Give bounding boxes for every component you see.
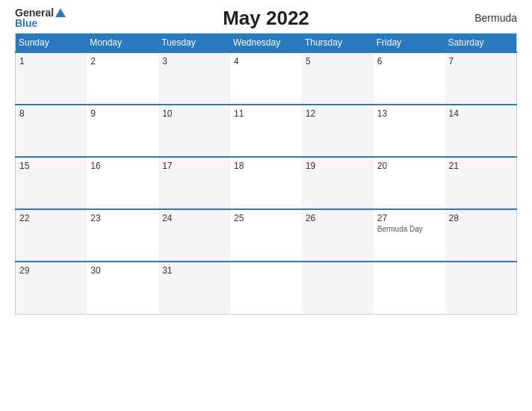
logo-triangle-icon xyxy=(55,8,66,17)
calendar-day-cell: 27Bermuda Day xyxy=(374,209,445,262)
calendar-day-cell: 2 xyxy=(87,52,158,105)
calendar-day-cell: 14 xyxy=(445,105,517,157)
calendar-week-row: 1234567 xyxy=(16,52,517,105)
day-number: 23 xyxy=(90,213,155,223)
day-number: 3 xyxy=(162,56,226,67)
logo-general-text: General xyxy=(15,7,54,18)
calendar-title: May 2022 xyxy=(223,7,309,30)
calendar-day-cell: 8 xyxy=(16,105,87,157)
calendar-day-cell: 18 xyxy=(230,157,302,209)
day-number: 16 xyxy=(90,161,155,171)
day-number: 2 xyxy=(90,56,155,67)
page-header: General Blue May 2022 Bermuda xyxy=(15,7,517,28)
day-number: 18 xyxy=(234,161,298,171)
day-number: 17 xyxy=(162,161,226,171)
calendar-day-cell: 6 xyxy=(374,52,445,105)
calendar-week-row: 15161718192021 xyxy=(16,157,517,209)
calendar-day-cell: 29 xyxy=(16,262,87,314)
calendar-day-cell: 5 xyxy=(302,52,374,105)
calendar-day-cell xyxy=(445,262,517,314)
day-number: 5 xyxy=(306,56,370,67)
day-number: 12 xyxy=(306,108,370,119)
calendar-day-cell: 22 xyxy=(16,209,87,262)
calendar-day-cell: 17 xyxy=(158,157,230,209)
calendar-day-cell: 30 xyxy=(87,262,158,314)
col-wednesday: Wednesday xyxy=(230,34,302,53)
calendar-day-cell: 4 xyxy=(230,52,302,105)
calendar-day-cell: 31 xyxy=(158,262,230,314)
calendar-day-cell: 24 xyxy=(158,209,230,262)
calendar-day-cell: 9 xyxy=(87,105,158,157)
calendar-day-cell: 26 xyxy=(302,209,374,262)
calendar-day-cell: 23 xyxy=(87,209,158,262)
calendar-day-cell: 20 xyxy=(374,157,445,209)
calendar-day-cell: 25 xyxy=(230,209,302,262)
calendar-week-row: 891011121314 xyxy=(16,105,517,157)
country-label: Bermuda xyxy=(474,12,517,24)
day-number: 9 xyxy=(90,108,155,119)
calendar-day-cell: 15 xyxy=(16,157,87,209)
day-number: 20 xyxy=(377,161,442,171)
day-number: 28 xyxy=(449,213,513,223)
calendar-table: Sunday Monday Tuesday Wednesday Thursday… xyxy=(15,33,517,315)
day-number: 10 xyxy=(162,108,226,119)
calendar-day-cell: 10 xyxy=(158,105,230,157)
day-number: 8 xyxy=(19,108,83,119)
col-tuesday: Tuesday xyxy=(158,34,230,53)
day-number: 21 xyxy=(449,161,513,171)
day-number: 6 xyxy=(377,56,442,67)
day-number: 1 xyxy=(19,56,83,67)
calendar-body: 1234567891011121314151617181920212223242… xyxy=(16,52,517,314)
calendar-week-row: 293031 xyxy=(16,262,517,314)
day-number: 26 xyxy=(306,213,370,223)
day-number: 31 xyxy=(162,265,226,276)
calendar-day-cell: 12 xyxy=(302,105,374,157)
calendar-day-cell: 1 xyxy=(16,52,87,105)
day-number: 11 xyxy=(234,108,298,119)
calendar-day-cell: 13 xyxy=(374,105,445,157)
calendar-day-cell: 7 xyxy=(445,52,517,105)
calendar-day-cell xyxy=(374,262,445,314)
col-saturday: Saturday xyxy=(445,34,517,53)
logo-blue-text: Blue xyxy=(15,18,37,28)
day-number: 13 xyxy=(377,108,442,119)
day-number: 19 xyxy=(306,161,370,171)
day-number: 22 xyxy=(19,213,83,223)
calendar-header: Sunday Monday Tuesday Wednesday Thursday… xyxy=(16,34,517,53)
day-number: 30 xyxy=(90,265,155,276)
calendar-day-cell: 21 xyxy=(445,157,517,209)
days-of-week-row: Sunday Monday Tuesday Wednesday Thursday… xyxy=(16,34,517,53)
day-number: 14 xyxy=(449,108,513,119)
col-friday: Friday xyxy=(374,34,445,53)
day-number: 27 xyxy=(377,213,442,223)
day-number: 4 xyxy=(234,56,298,67)
logo: General Blue xyxy=(15,7,66,28)
calendar-day-cell: 19 xyxy=(302,157,374,209)
col-sunday: Sunday xyxy=(16,34,87,53)
calendar-day-cell xyxy=(230,262,302,314)
calendar-week-row: 222324252627Bermuda Day28 xyxy=(16,209,517,262)
day-number: 7 xyxy=(449,56,513,67)
col-monday: Monday xyxy=(87,34,158,53)
calendar-day-cell xyxy=(302,262,374,314)
day-number: 15 xyxy=(19,161,83,171)
calendar-day-cell: 11 xyxy=(230,105,302,157)
event-label: Bermuda Day xyxy=(377,225,442,233)
calendar-day-cell: 3 xyxy=(158,52,230,105)
day-number: 25 xyxy=(234,213,298,223)
calendar-day-cell: 28 xyxy=(445,209,517,262)
calendar-day-cell: 16 xyxy=(87,157,158,209)
day-number: 24 xyxy=(162,213,226,223)
col-thursday: Thursday xyxy=(302,34,374,53)
day-number: 29 xyxy=(19,265,83,276)
